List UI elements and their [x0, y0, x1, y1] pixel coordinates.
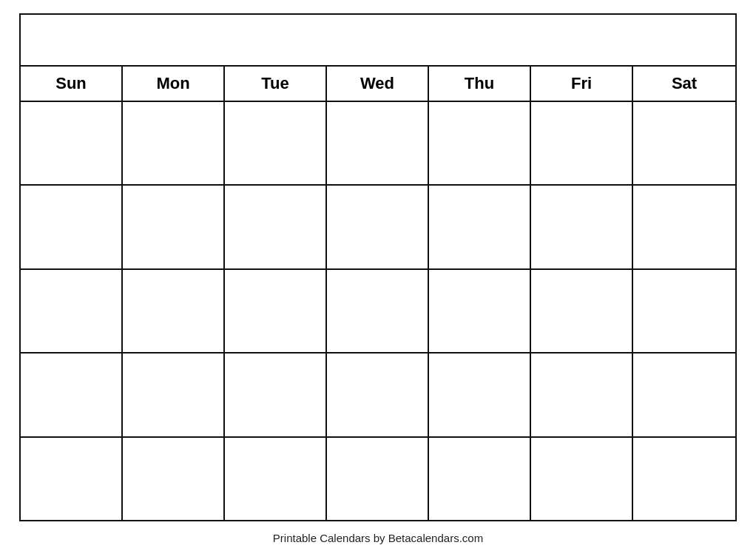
day-cell[interactable] — [429, 186, 531, 268]
week-row-4 — [21, 354, 735, 437]
day-cell[interactable] — [531, 270, 633, 352]
day-cell[interactable] — [429, 102, 531, 184]
day-cell[interactable] — [633, 354, 735, 436]
day-cell[interactable] — [21, 438, 123, 520]
day-cell[interactable] — [21, 354, 123, 436]
header-thu: Thu — [429, 67, 531, 101]
day-cell[interactable] — [225, 102, 327, 184]
day-cell[interactable] — [327, 186, 429, 268]
day-cell[interactable] — [429, 354, 531, 436]
header-mon: Mon — [123, 67, 225, 101]
day-cell[interactable] — [327, 354, 429, 436]
day-cell[interactable] — [633, 438, 735, 520]
day-cell[interactable] — [327, 438, 429, 520]
day-cell[interactable] — [327, 102, 429, 184]
day-cell[interactable] — [531, 102, 633, 184]
week-row-1 — [21, 102, 735, 186]
day-cell[interactable] — [123, 186, 225, 268]
header-wed: Wed — [327, 67, 429, 101]
day-cell[interactable] — [633, 102, 735, 184]
header-tue: Tue — [225, 67, 327, 101]
calendar-header-row: Sun Mon Tue Wed Thu Fri Sat — [21, 67, 735, 102]
page-wrapper: Sun Mon Tue Wed Thu Fri Sat — [0, 0, 756, 548]
day-cell[interactable] — [633, 186, 735, 268]
day-cell[interactable] — [429, 270, 531, 352]
day-cell[interactable] — [123, 270, 225, 352]
day-cell[interactable] — [531, 354, 633, 436]
day-cell[interactable] — [21, 270, 123, 352]
calendar-container: Sun Mon Tue Wed Thu Fri Sat — [19, 13, 737, 521]
day-cell[interactable] — [531, 186, 633, 268]
week-row-3 — [21, 270, 735, 354]
week-row-2 — [21, 186, 735, 269]
day-cell[interactable] — [429, 438, 531, 520]
header-sat: Sat — [633, 67, 735, 101]
header-fri: Fri — [531, 67, 633, 101]
day-cell[interactable] — [225, 354, 327, 436]
day-cell[interactable] — [123, 354, 225, 436]
day-cell[interactable] — [633, 270, 735, 352]
day-cell[interactable] — [21, 102, 123, 184]
day-cell[interactable] — [21, 186, 123, 268]
day-cell[interactable] — [531, 438, 633, 520]
day-cell[interactable] — [225, 270, 327, 352]
calendar-body — [21, 102, 735, 520]
day-cell[interactable] — [123, 438, 225, 520]
header-sun: Sun — [21, 67, 123, 101]
calendar-title — [21, 15, 735, 67]
day-cell[interactable] — [225, 438, 327, 520]
day-cell[interactable] — [123, 102, 225, 184]
week-row-5 — [21, 438, 735, 520]
day-cell[interactable] — [327, 270, 429, 352]
footer-text: Printable Calendars by Betacalendars.com — [273, 532, 483, 544]
day-cell[interactable] — [225, 186, 327, 268]
